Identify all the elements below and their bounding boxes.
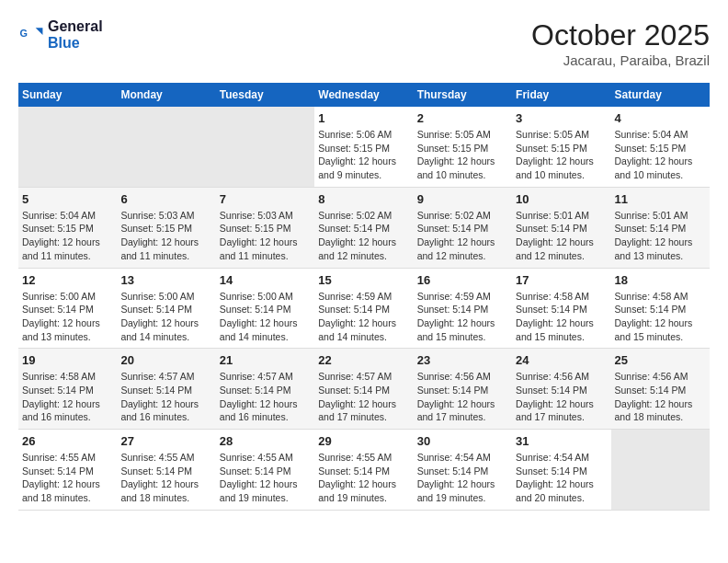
calendar-cell: 16Sunrise: 4:59 AM Sunset: 5:14 PM Dayli…	[414, 268, 512, 349]
calendar-cell: 31Sunrise: 4:54 AM Sunset: 5:14 PM Dayli…	[512, 430, 610, 511]
day-number: 15	[318, 273, 409, 287]
logo: G General Blue	[18, 18, 103, 51]
day-info: Sunrise: 5:01 AM Sunset: 5:14 PM Dayligh…	[615, 209, 706, 263]
calendar-cell: 4Sunrise: 5:04 AM Sunset: 5:15 PM Daylig…	[611, 107, 710, 187]
logo-text-line2: Blue	[48, 35, 103, 52]
calendar-cell: 24Sunrise: 4:56 AM Sunset: 5:14 PM Dayli…	[512, 349, 610, 430]
calendar-cell	[611, 430, 710, 511]
day-number: 22	[318, 353, 409, 367]
calendar-cell: 18Sunrise: 4:58 AM Sunset: 5:14 PM Dayli…	[611, 268, 710, 349]
day-number: 6	[120, 192, 211, 206]
calendar-week-row: 19Sunrise: 4:58 AM Sunset: 5:14 PM Dayli…	[18, 349, 710, 430]
day-info: Sunrise: 5:00 AM Sunset: 5:14 PM Dayligh…	[220, 290, 311, 344]
day-number: 2	[417, 111, 508, 125]
day-number: 3	[516, 111, 607, 125]
calendar-cell: 27Sunrise: 4:55 AM Sunset: 5:14 PM Dayli…	[117, 430, 215, 511]
day-number: 21	[220, 353, 311, 367]
day-info: Sunrise: 4:55 AM Sunset: 5:14 PM Dayligh…	[22, 451, 113, 505]
day-number: 13	[120, 273, 211, 287]
day-number: 14	[220, 273, 311, 287]
calendar-week-row: 12Sunrise: 5:00 AM Sunset: 5:14 PM Dayli…	[18, 268, 710, 349]
day-number: 29	[318, 434, 409, 448]
calendar-cell: 14Sunrise: 5:00 AM Sunset: 5:14 PM Dayli…	[216, 268, 314, 349]
location: Jacarau, Paraiba, Brazil	[531, 52, 710, 68]
day-info: Sunrise: 4:55 AM Sunset: 5:14 PM Dayligh…	[318, 451, 409, 505]
day-number: 30	[417, 434, 508, 448]
day-number: 17	[516, 273, 607, 287]
calendar-cell: 23Sunrise: 4:56 AM Sunset: 5:14 PM Dayli…	[414, 349, 512, 430]
day-number: 11	[615, 192, 706, 206]
day-info: Sunrise: 4:55 AM Sunset: 5:14 PM Dayligh…	[220, 451, 311, 505]
day-number: 10	[516, 192, 607, 206]
day-number: 18	[615, 273, 706, 287]
svg-text:G: G	[20, 27, 28, 38]
day-info: Sunrise: 4:56 AM Sunset: 5:14 PM Dayligh…	[516, 370, 607, 424]
day-info: Sunrise: 5:03 AM Sunset: 5:15 PM Dayligh…	[120, 209, 211, 263]
calendar-cell: 11Sunrise: 5:01 AM Sunset: 5:14 PM Dayli…	[611, 187, 710, 268]
day-info: Sunrise: 5:06 AM Sunset: 5:15 PM Dayligh…	[318, 128, 409, 182]
weekday-header: Thursday	[414, 83, 512, 107]
day-number: 8	[318, 192, 409, 206]
weekday-header-row: SundayMondayTuesdayWednesdayThursdayFrid…	[18, 83, 710, 107]
day-info: Sunrise: 4:56 AM Sunset: 5:14 PM Dayligh…	[417, 370, 508, 424]
day-info: Sunrise: 4:59 AM Sunset: 5:14 PM Dayligh…	[417, 290, 508, 344]
month-title: October 2025	[531, 18, 710, 52]
calendar-cell: 5Sunrise: 5:04 AM Sunset: 5:15 PM Daylig…	[18, 187, 117, 268]
day-info: Sunrise: 4:58 AM Sunset: 5:14 PM Dayligh…	[22, 370, 113, 424]
svg-marker-1	[36, 28, 43, 35]
calendar-cell: 10Sunrise: 5:01 AM Sunset: 5:14 PM Dayli…	[512, 187, 610, 268]
day-info: Sunrise: 5:05 AM Sunset: 5:15 PM Dayligh…	[417, 128, 508, 182]
logo-text-line1: General	[48, 18, 103, 35]
day-info: Sunrise: 4:58 AM Sunset: 5:14 PM Dayligh…	[516, 290, 607, 344]
calendar-cell: 17Sunrise: 4:58 AM Sunset: 5:14 PM Dayli…	[512, 268, 610, 349]
calendar-cell: 1Sunrise: 5:06 AM Sunset: 5:15 PM Daylig…	[314, 107, 413, 187]
calendar-cell: 7Sunrise: 5:03 AM Sunset: 5:15 PM Daylig…	[216, 187, 314, 268]
calendar-cell: 19Sunrise: 4:58 AM Sunset: 5:14 PM Dayli…	[18, 349, 117, 430]
calendar-cell: 12Sunrise: 5:00 AM Sunset: 5:14 PM Dayli…	[18, 268, 117, 349]
day-number: 4	[615, 111, 706, 125]
day-info: Sunrise: 4:54 AM Sunset: 5:14 PM Dayligh…	[516, 451, 607, 505]
day-number: 23	[417, 353, 508, 367]
weekday-header: Tuesday	[216, 83, 314, 107]
calendar-cell: 2Sunrise: 5:05 AM Sunset: 5:15 PM Daylig…	[414, 107, 512, 187]
day-info: Sunrise: 4:55 AM Sunset: 5:14 PM Dayligh…	[120, 451, 211, 505]
day-number: 31	[516, 434, 607, 448]
day-info: Sunrise: 4:59 AM Sunset: 5:14 PM Dayligh…	[318, 290, 409, 344]
day-info: Sunrise: 5:03 AM Sunset: 5:15 PM Dayligh…	[220, 209, 311, 263]
calendar-cell	[117, 107, 215, 187]
calendar-cell: 3Sunrise: 5:05 AM Sunset: 5:15 PM Daylig…	[512, 107, 610, 187]
day-number: 1	[318, 111, 409, 125]
calendar-week-row: 5Sunrise: 5:04 AM Sunset: 5:15 PM Daylig…	[18, 187, 710, 268]
day-number: 27	[120, 434, 211, 448]
day-number: 25	[615, 353, 706, 367]
calendar-cell: 29Sunrise: 4:55 AM Sunset: 5:14 PM Dayli…	[314, 430, 413, 511]
calendar-cell	[216, 107, 314, 187]
calendar-cell: 22Sunrise: 4:57 AM Sunset: 5:14 PM Dayli…	[314, 349, 413, 430]
day-number: 9	[417, 192, 508, 206]
day-info: Sunrise: 5:05 AM Sunset: 5:15 PM Dayligh…	[516, 128, 607, 182]
calendar-cell: 9Sunrise: 5:02 AM Sunset: 5:14 PM Daylig…	[414, 187, 512, 268]
day-info: Sunrise: 4:58 AM Sunset: 5:14 PM Dayligh…	[615, 290, 706, 344]
day-info: Sunrise: 5:00 AM Sunset: 5:14 PM Dayligh…	[120, 290, 211, 344]
day-info: Sunrise: 5:04 AM Sunset: 5:15 PM Dayligh…	[22, 209, 113, 263]
calendar-cell: 6Sunrise: 5:03 AM Sunset: 5:15 PM Daylig…	[117, 187, 215, 268]
calendar-cell: 8Sunrise: 5:02 AM Sunset: 5:14 PM Daylig…	[314, 187, 413, 268]
day-number: 19	[22, 353, 113, 367]
day-number: 12	[22, 273, 113, 287]
title-block: October 2025 Jacarau, Paraiba, Brazil	[531, 18, 710, 68]
day-number: 7	[220, 192, 311, 206]
calendar-week-row: 26Sunrise: 4:55 AM Sunset: 5:14 PM Dayli…	[18, 430, 710, 511]
day-number: 24	[516, 353, 607, 367]
weekday-header: Friday	[512, 83, 610, 107]
day-info: Sunrise: 4:57 AM Sunset: 5:14 PM Dayligh…	[120, 370, 211, 424]
weekday-header: Saturday	[611, 83, 710, 107]
day-info: Sunrise: 4:54 AM Sunset: 5:14 PM Dayligh…	[417, 451, 508, 505]
calendar-cell: 13Sunrise: 5:00 AM Sunset: 5:14 PM Dayli…	[117, 268, 215, 349]
calendar-cell: 20Sunrise: 4:57 AM Sunset: 5:14 PM Dayli…	[117, 349, 215, 430]
day-number: 20	[120, 353, 211, 367]
day-info: Sunrise: 5:02 AM Sunset: 5:14 PM Dayligh…	[417, 209, 508, 263]
calendar-cell: 30Sunrise: 4:54 AM Sunset: 5:14 PM Dayli…	[414, 430, 512, 511]
day-number: 28	[220, 434, 311, 448]
day-info: Sunrise: 4:57 AM Sunset: 5:14 PM Dayligh…	[220, 370, 311, 424]
calendar-table: SundayMondayTuesdayWednesdayThursdayFrid…	[18, 83, 710, 511]
